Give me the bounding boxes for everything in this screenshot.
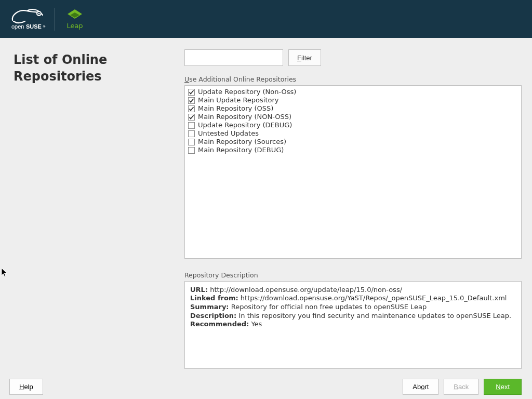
- repo-row[interactable]: Update Repository (Non-Oss): [188, 88, 517, 97]
- repo-label: Main Repository (DEBUG): [198, 147, 284, 154]
- repo-row[interactable]: Main Repository (OSS): [188, 105, 517, 113]
- repo-checkbox[interactable]: [188, 139, 195, 145]
- repo-checkbox[interactable]: [188, 147, 195, 154]
- header-divider: [54, 8, 55, 31]
- svg-text:SUSE: SUSE: [26, 23, 42, 30]
- svg-text:open: open: [11, 23, 24, 30]
- leap-logo: Leap: [66, 8, 84, 30]
- repo-row[interactable]: Main Repository (Sources): [188, 138, 517, 147]
- page-title: List of Online Repositories: [14, 51, 175, 85]
- desc-desc: Description: In this repository you find…: [190, 312, 516, 320]
- repo-checkbox[interactable]: [188, 105, 195, 112]
- desc-linked: Linked from: https://download.opensuse.o…: [190, 294, 516, 302]
- repo-label: Main Update Repository: [198, 97, 279, 104]
- left-column: List of Online Repositories: [0, 38, 184, 374]
- help-button[interactable]: Help: [9, 379, 43, 395]
- svg-text:®: ®: [43, 24, 46, 28]
- repo-list[interactable]: Update Repository (Non-Oss)Main Update R…: [184, 85, 522, 259]
- right-column: Filter Use Additional Online Repositorie…: [184, 38, 532, 374]
- leap-text: Leap: [66, 22, 83, 30]
- footer-bar: Help Abort Back Next: [0, 374, 532, 399]
- filter-button[interactable]: Filter: [288, 49, 321, 66]
- next-button[interactable]: Next: [484, 379, 522, 395]
- repo-description-label: Repository Description: [184, 271, 522, 279]
- opensuse-logo: open SUSE ®: [9, 0, 46, 38]
- repo-section-label: Use Additional Online Repositories: [184, 75, 522, 83]
- repo-row[interactable]: Main Repository (DEBUG): [188, 147, 517, 155]
- repo-row[interactable]: Main Update Repository: [188, 97, 517, 105]
- header-bar: open SUSE ® Leap: [0, 0, 532, 38]
- abort-button[interactable]: Abort: [403, 379, 438, 395]
- repo-label: Update Repository (Non-Oss): [198, 88, 296, 96]
- back-button[interactable]: Back: [444, 379, 478, 395]
- desc-url: URL: http://download.opensuse.org/update…: [190, 286, 516, 294]
- repo-label: Update Repository (DEBUG): [198, 122, 292, 129]
- filter-input[interactable]: [184, 49, 283, 66]
- repo-label: Main Repository (OSS): [198, 105, 273, 113]
- repo-checkbox[interactable]: [188, 97, 195, 104]
- leap-diamond-icon: [66, 8, 84, 21]
- repo-row[interactable]: Update Repository (DEBUG): [188, 122, 517, 130]
- svg-point-1: [38, 12, 39, 14]
- main-area: List of Online Repositories Filter Use A…: [0, 38, 532, 374]
- opensuse-gecko-icon: open SUSE ®: [9, 6, 46, 31]
- repo-label: Main Repository (Sources): [198, 138, 286, 146]
- repo-row[interactable]: Untested Updates: [188, 130, 517, 138]
- repo-description-box: URL: http://download.opensuse.org/update…: [184, 281, 522, 369]
- repo-checkbox[interactable]: [188, 89, 195, 96]
- repo-checkbox[interactable]: [188, 114, 195, 121]
- repo-row[interactable]: Main Repository (NON-OSS): [188, 113, 517, 122]
- filter-row: Filter: [184, 49, 522, 66]
- desc-summary: Summary: Repository for official non fre…: [190, 303, 516, 311]
- repo-checkbox[interactable]: [188, 122, 195, 129]
- repo-label: Main Repository (NON-OSS): [198, 113, 291, 121]
- repo-label: Untested Updates: [198, 130, 259, 138]
- repo-checkbox[interactable]: [188, 130, 195, 137]
- desc-rec: Recommended: Yes: [190, 320, 516, 328]
